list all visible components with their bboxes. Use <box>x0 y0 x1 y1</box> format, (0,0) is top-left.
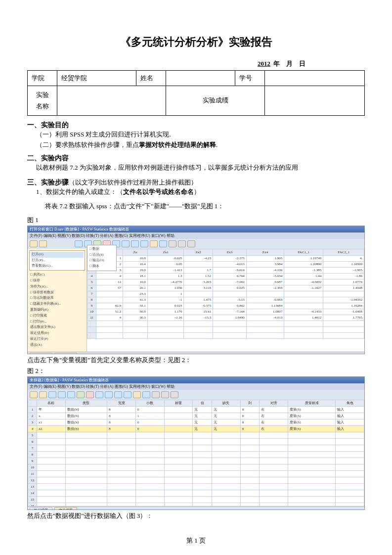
name-value <box>166 71 235 86</box>
ss1-toolbar <box>28 239 364 249</box>
menu-item[interactable]: □ 导出到数据库 <box>29 295 85 301</box>
toolbar-btn[interactable] <box>131 240 139 247</box>
toolbar-btn[interactable] <box>77 391 85 398</box>
toolbar-btn[interactable] <box>178 240 186 247</box>
toolbar-btn[interactable] <box>48 391 56 398</box>
score-value <box>265 86 365 116</box>
section-3-title: 三、实验步骤（以文字列出软件操作过程并附上操作截图） <box>27 178 365 187</box>
screenshot-2: 未标题2 [数据集] - PASW Statistics 数据编辑器 文件(F)… <box>27 376 365 510</box>
name-label: 姓名 <box>136 71 166 86</box>
toolbar-btn[interactable] <box>67 391 75 398</box>
menu-item[interactable]: 重新编码(E) <box>29 307 85 313</box>
toolbar-btn[interactable] <box>39 391 47 398</box>
sec1-line1: （一）利用 SPSS 对主成分回归进行计算机实现. <box>36 130 365 140</box>
menu-item[interactable]: □ 保存 <box>29 278 85 284</box>
sec3-line2: 将表 7.2 数据输入 spss：点击"文件"下"新建"——"数据"见图 1： <box>45 201 365 212</box>
ss2-menubar: 文件(F) 编辑(E) 视图(V) 数据(D) 转换(T) 分析(A) 图形(G… <box>28 383 364 390</box>
toolbar-btn[interactable] <box>75 240 83 247</box>
ss2-status: 数据视图 变量视图 <box>28 506 364 510</box>
toolbar-btn[interactable] <box>58 391 66 398</box>
toolbar-btn[interactable] <box>159 240 167 247</box>
toolbar-btn[interactable] <box>133 391 141 398</box>
toolbar-btn[interactable] <box>152 391 160 398</box>
year: 2012 <box>255 60 273 67</box>
sec3-line1: 1、数据文件的输入或建立：（文件名以学号或姓名命名） <box>36 187 365 197</box>
sec1-line2: （二）要求熟练软件操作步骤，重点掌握对软件处理结果的解释. <box>36 140 365 150</box>
menu-item[interactable]: □ 关闭(C) <box>29 272 85 278</box>
menu-item[interactable]: 打开(P)... <box>31 258 84 264</box>
toolbar-btn[interactable] <box>187 240 195 247</box>
ss2-variable-grid[interactable]: 名称类型宽度小数标签值缺失列对齐度量标准角色1年数值(N)80无无8右度量(S)… <box>28 400 364 506</box>
menu-item[interactable]: 最近使用(D) <box>29 330 85 336</box>
page-title: 《多元统计分析分析》实验报告 <box>27 35 365 49</box>
figure-1-label: 图 1 <box>27 216 365 225</box>
page-number: 第 1 页 <box>0 536 392 545</box>
ss2-titlebar: 未标题2 [数据集] - PASW Statistics 数据编辑器 <box>28 377 364 383</box>
ss1-file-menu: 打开(O) 打开(P)... 查看数据(G)... □ 数据 □ 语法(S) □… <box>28 249 87 352</box>
toolbar-btn[interactable] <box>122 240 130 247</box>
menu-item[interactable]: □ 打印(P)... <box>29 319 85 325</box>
menu-item[interactable]: 查看数据(G)... <box>31 263 84 269</box>
submenu-item[interactable]: □ 输出(O) <box>88 258 115 264</box>
submenu-item[interactable]: □ 语法(S) <box>88 252 115 258</box>
ss1-menubar: 文件(F) 编辑(E) 视图(V) 数据(D) 转换(T) 分析(A) 图形(G… <box>28 232 364 239</box>
id-label: 学号 <box>235 71 265 86</box>
menu-item[interactable]: □ 打印预览 <box>29 313 85 319</box>
header-table: 学院 经贸学院 姓名 学号 实验名称 实验成绩 <box>27 70 365 116</box>
toolbar-btn[interactable] <box>150 240 158 247</box>
college-label: 学院 <box>28 71 57 86</box>
ss1-titlebar: 打开分析窗口 D.sav [数据集] - PASW Statistics 数据编… <box>28 226 364 232</box>
menu-item[interactable]: □ 保存所有数据 <box>29 290 85 296</box>
toolbar-btn[interactable] <box>86 391 94 398</box>
ss1-status: 数据视图 变量视图 <box>28 352 364 354</box>
college-value: 经贸学院 <box>57 71 136 86</box>
submenu-item[interactable]: □ 脚本 <box>88 264 115 270</box>
screenshot-1: 打开分析窗口 D.sav [数据集] - PASW Statistics 数据编… <box>27 226 365 354</box>
toolbar-btn[interactable] <box>169 240 176 247</box>
toolbar-btn[interactable] <box>39 240 47 247</box>
toolbar-btn[interactable] <box>140 240 148 247</box>
menu-item[interactable]: 退出数据文件(L) <box>29 324 85 330</box>
toolbar-btn[interactable] <box>161 391 169 398</box>
exp-name-value <box>57 86 166 116</box>
tab-variable-view[interactable]: 变量视图 <box>54 353 77 354</box>
ss1-data-grid[interactable]: 年份ZxZx1Zx2Zx3Zx4FAC1_1FAC2_11116.9-0.625… <box>87 249 364 352</box>
figure-1-caption: 点击左下角"变量视图"首先定义变量名称及类型：见图 2： <box>27 355 365 366</box>
figure-2-label: 图 2： <box>27 367 365 375</box>
section-2-title: 二、实验内容 <box>27 154 365 163</box>
score-label: 实验成绩 <box>166 86 265 116</box>
menu-item[interactable]: 另存为(A)... <box>29 284 85 290</box>
date-line: 2012年 月 日 <box>27 59 365 68</box>
tab-variable-view[interactable]: 变量视图 <box>54 507 77 510</box>
submenu-item[interactable]: □ 数据 <box>88 246 115 252</box>
toolbar-btn[interactable] <box>30 240 38 247</box>
toolbar-btn[interactable] <box>171 391 178 398</box>
submenu: □ 数据 □ 语法(S) □ 输出(O) □ 脚本 <box>87 245 117 271</box>
tab-data-view[interactable]: 数据视图 <box>30 353 52 354</box>
toolbar-btn[interactable] <box>95 391 103 398</box>
ss2-toolbar <box>28 390 364 400</box>
toolbar-btn[interactable] <box>124 391 131 398</box>
menu-item[interactable]: 打开(O) <box>31 252 84 258</box>
section-1-title: 一、实验目的 <box>27 121 365 130</box>
toolbar-btn[interactable] <box>114 391 122 398</box>
menu-item[interactable]: 退出(X) <box>29 342 85 348</box>
exp-name-label: 实验名称 <box>28 86 57 116</box>
toolbar-btn[interactable] <box>105 391 113 398</box>
menu-item[interactable]: 最近打开(F) <box>29 336 85 342</box>
menu-item[interactable]: □ 隐藏文件列表(R)... <box>29 301 85 307</box>
toolbar-btn[interactable] <box>30 391 38 398</box>
toolbar-btn[interactable] <box>142 391 150 398</box>
id-value <box>265 71 365 86</box>
figure-2-caption: 然后点击"数据视图"进行数据输入（图 3）： <box>27 511 365 521</box>
sec2-line1: 以教材例题 7.2 为实验对象，应用软件对例题进行操作练习，以掌握多元统计分析方… <box>36 163 365 173</box>
tab-data-view[interactable]: 数据视图 <box>30 507 52 510</box>
